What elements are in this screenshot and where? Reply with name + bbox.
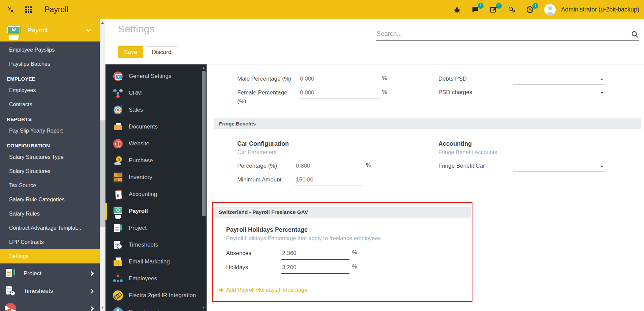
- scroll-down-arrow[interactable]: [101, 307, 104, 309]
- messages-icon[interactable]: 1: [471, 6, 480, 14]
- save-button[interactable]: Save: [118, 46, 143, 58]
- recruitment-icon: [113, 307, 123, 311]
- employees-icon: [113, 274, 123, 284]
- car-configuration-block: Car Configuration Car Parameters Percent…: [231, 139, 432, 192]
- field-input[interactable]: 2.360: [281, 249, 349, 260]
- sidebar-app-item[interactable]: Project: [0, 265, 100, 282]
- setting-field-row: Male Percentage (%) 0.000 %: [237, 75, 432, 85]
- field-input[interactable]: 3.200: [281, 263, 349, 274]
- scroll-down-arrow[interactable]: [202, 307, 205, 309]
- control-panel: Settings Save Discard: [105, 19, 644, 64]
- settings-nav-item[interactable]: Employees: [105, 270, 201, 287]
- search-box: [376, 28, 639, 41]
- documents-icon: [113, 122, 123, 132]
- settings-nav-item[interactable]: Accounting: [105, 186, 201, 203]
- purchase-icon: [113, 156, 123, 166]
- settings-nav-item[interactable]: CRM: [105, 85, 201, 102]
- avatar[interactable]: [544, 4, 556, 16]
- field-input[interactable]: 0.800: [295, 162, 363, 172]
- app-title[interactable]: Payroll: [44, 5, 68, 14]
- settings-nav-item[interactable]: Email Marketing: [105, 253, 201, 270]
- settings-nav-item[interactable]: General Settings: [105, 68, 201, 85]
- page-title: Settings: [118, 23, 154, 35]
- settings-nav-scrollbar[interactable]: [201, 64, 207, 311]
- accounting-block: Accounting Fringe Benefit Accounts Fring…: [432, 139, 628, 192]
- sidebar-item[interactable]: Payslips Batches: [0, 57, 100, 71]
- inventory-icon: [113, 172, 123, 182]
- sidebar-app-item[interactable]: Timesheets: [0, 282, 100, 300]
- field-dropdown[interactable]: [513, 88, 605, 98]
- field-dropdown[interactable]: [513, 162, 605, 172]
- website-icon: [113, 139, 123, 149]
- settings-nav-item[interactable]: Payroll: [105, 203, 201, 220]
- sidebar-item[interactable]: Salary Structures: [0, 164, 100, 178]
- settings-nav-item[interactable]: Flectra 2getHR Integration: [105, 287, 201, 304]
- setting-field-row: PSD charges: [438, 88, 628, 98]
- activities-icon[interactable]: 1: [490, 6, 498, 14]
- accounting-icon: [113, 189, 123, 199]
- messages-badge: 1: [478, 3, 484, 9]
- sidebar-item[interactable]: Contracts: [0, 97, 100, 112]
- sidebar-item[interactable]: Settings: [0, 249, 100, 263]
- settings-nav-item[interactable]: Inventory: [105, 169, 201, 186]
- main-content: Settings Save Discard General Settings: [105, 19, 644, 311]
- settings-nav-item[interactable]: Timesheets: [105, 236, 201, 253]
- search-icon[interactable]: [631, 31, 639, 39]
- sidebar-app-header[interactable]: Payroll: [0, 19, 100, 41]
- discard-button[interactable]: Discard: [146, 46, 178, 58]
- chevron-right-icon: [89, 289, 94, 293]
- gears-icon[interactable]: [508, 6, 516, 14]
- settings-nav-item[interactable]: Website: [105, 135, 201, 152]
- sidebar-item[interactable]: Salary Structures Type: [0, 150, 100, 164]
- compress-icon[interactable]: [7, 6, 15, 14]
- section-header-switzerland: Switzerland - Payroll Freelance GAV: [214, 207, 471, 218]
- sidebar-scrollbar-thumb[interactable]: [100, 120, 105, 227]
- settings-nav-item[interactable]: Recruitment: [105, 304, 201, 311]
- project-icon: [113, 223, 123, 233]
- setting-field-row: Absences 2.360 %: [226, 249, 471, 260]
- action-buttons: Save Discard: [118, 46, 177, 58]
- sidebar-item[interactable]: LPP Contracts: [0, 235, 100, 249]
- field-input[interactable]: 0.000: [299, 75, 379, 85]
- timesheets-icon: [5, 285, 16, 297]
- apps-grid-icon[interactable]: [24, 6, 32, 14]
- activities-badge: 1: [496, 3, 502, 9]
- sidebar-item[interactable]: Employee Payslips: [0, 43, 100, 57]
- field-suffix: %: [352, 249, 357, 256]
- add-payroll-holidays-link[interactable]: Add Payroll Holidays Percentage: [219, 287, 307, 293]
- block-title: Car Configuration: [237, 140, 432, 147]
- sidebar-item[interactable]: Tax Source: [0, 178, 100, 193]
- scroll-up-arrow[interactable]: [202, 67, 205, 69]
- block-title: Accounting: [438, 140, 628, 147]
- sidebar-item[interactable]: Employees: [0, 83, 100, 97]
- sidebar-item[interactable]: Salary Rules: [0, 207, 100, 221]
- field-label: Percentage (%): [237, 162, 291, 170]
- settings-nav-item[interactable]: Documents: [105, 118, 201, 135]
- settings-nav-item[interactable]: Sales: [105, 102, 201, 118]
- bug-icon[interactable]: [453, 6, 461, 14]
- sidebar-app-item[interactable]: [0, 300, 100, 311]
- sidebar-item[interactable]: Salary Rule Categories: [0, 193, 100, 207]
- user-menu[interactable]: Administrator (u-2bit-backup): [561, 6, 639, 13]
- settings-nav-item[interactable]: Purchase: [105, 152, 201, 169]
- sidebar-item[interactable]: REPORTS: [0, 112, 100, 124]
- nav-scrollbar-thumb[interactable]: [202, 71, 206, 216]
- payroll-holidays-block: Payroll Holidays Percentage Payroll Holi…: [222, 226, 471, 279]
- field-input[interactable]: 0.000: [299, 88, 379, 99]
- chevron-right-icon: [89, 271, 94, 276]
- sidebar-item[interactable]: CONFIGURATION: [0, 138, 100, 150]
- time-icon[interactable]: 1: [526, 6, 534, 14]
- topbar-right: 1 1 1 Administrator (u-2bit-backup): [453, 4, 644, 16]
- search-input[interactable]: [376, 28, 618, 39]
- field-dropdown[interactable]: [513, 75, 605, 85]
- settings-nav-item[interactable]: Project: [105, 220, 201, 236]
- sidebar-item[interactable]: EMPLOYEE: [0, 71, 100, 83]
- sidebar-scrollbar[interactable]: [100, 19, 105, 311]
- fringe-benefits-group: Car Configuration Car Parameters Percent…: [207, 139, 644, 192]
- sidebar-item[interactable]: Pay Slip Yearly Report: [0, 124, 100, 138]
- scroll-up-arrow[interactable]: [101, 22, 104, 24]
- setting-field-row: Minimum Amount 150.00: [237, 175, 432, 186]
- sidebar-item[interactable]: Contract Advantage Templat...: [0, 221, 100, 235]
- field-input[interactable]: 150.00: [295, 175, 363, 186]
- field-suffix: %: [366, 162, 371, 168]
